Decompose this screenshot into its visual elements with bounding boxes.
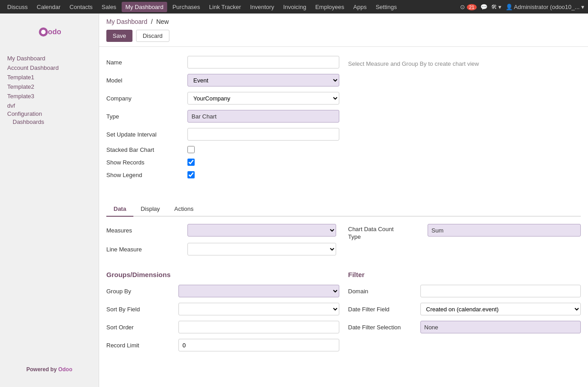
nav-invoicing[interactable]: Invoicing bbox=[279, 2, 310, 12]
chart-data-count-row: Chart Data CountType Sum bbox=[348, 224, 581, 241]
nav-settings[interactable]: Settings bbox=[372, 2, 401, 12]
sidebar: odoo My Dashboard Account Dashboard Temp… bbox=[0, 14, 99, 387]
group-by-select[interactable] bbox=[178, 285, 339, 297]
measures-select[interactable] bbox=[187, 224, 336, 237]
nav-purchases[interactable]: Purchases bbox=[169, 2, 204, 12]
nav-inventory[interactable]: Inventory bbox=[246, 2, 278, 12]
sidebar-item-template2[interactable]: Template2 bbox=[7, 82, 91, 91]
chart-data-count-value: Sum bbox=[428, 224, 581, 237]
nav-my-dashboard[interactable]: My Dashboard bbox=[122, 2, 167, 12]
top-navigation: Discuss Calendar Contacts Sales My Dashb… bbox=[0, 0, 588, 14]
line-measure-row: Line Measure bbox=[106, 243, 339, 255]
model-select[interactable]: Event bbox=[187, 74, 339, 87]
date-filter-selection-value: None bbox=[420, 321, 581, 333]
sidebar-item-template1[interactable]: Template1 bbox=[7, 73, 91, 82]
tabs-bar: Data Display Actions bbox=[106, 202, 581, 217]
sidebar-item-account-dashboard[interactable]: Account Dashboard bbox=[7, 63, 91, 73]
sidebar-item-my-dashboard[interactable]: My Dashboard bbox=[7, 54, 91, 63]
name-input[interactable] bbox=[187, 56, 339, 68]
company-select[interactable]: YourCompany bbox=[187, 92, 339, 105]
groups-filter-panel: Groups/Dimensions Group By Sort By Field… bbox=[99, 262, 588, 366]
group-by-label: Group By bbox=[106, 288, 178, 295]
nav-calendar[interactable]: Calendar bbox=[33, 2, 64, 12]
form-area: Name Model Event Company YourCompany bbox=[99, 47, 588, 193]
nav-discuss[interactable]: Discuss bbox=[4, 2, 32, 12]
record-limit-label: Record Limit bbox=[106, 342, 178, 349]
nav-employees[interactable]: Employees bbox=[312, 2, 348, 12]
stacked-bar-chart-checkbox[interactable] bbox=[187, 146, 195, 153]
chart-hint: Select Measure and Group By to create ch… bbox=[348, 60, 479, 67]
model-label: Model bbox=[106, 77, 187, 84]
tab-data-content: Measures Line Measure Chart Data CountTy… bbox=[99, 217, 588, 262]
filter-panel: Filter Domain Date Filter Field Created … bbox=[348, 271, 581, 357]
breadcrumb-current: New bbox=[156, 18, 169, 25]
sidebar-item-template3[interactable]: Template3 bbox=[7, 91, 91, 101]
date-filter-selection-row: Date Filter Selection None bbox=[348, 321, 581, 333]
type-row: Type Bar Chart bbox=[106, 110, 339, 123]
record-limit-input[interactable]: 0 bbox=[178, 339, 339, 351]
record-limit-row: Record Limit 0 bbox=[106, 339, 339, 351]
domain-input[interactable] bbox=[420, 285, 581, 297]
show-legend-row: Show Legend bbox=[106, 171, 339, 178]
line-measure-select[interactable] bbox=[187, 243, 336, 255]
sidebar-footer: Powered by Odoo bbox=[19, 359, 79, 380]
set-update-interval-input[interactable] bbox=[187, 128, 339, 141]
user-menu[interactable]: 👤 Administrator (odoo10_... ▾ bbox=[506, 4, 585, 10]
sort-order-row: Sort Order bbox=[106, 321, 339, 333]
sidebar-item-configuration[interactable]: Configuration bbox=[7, 109, 42, 118]
save-button[interactable]: Save bbox=[106, 30, 132, 42]
nav-apps[interactable]: Apps bbox=[350, 2, 370, 12]
sidebar-item-dashboards[interactable]: Dashboards bbox=[7, 117, 91, 127]
company-row: Company YourCompany bbox=[106, 92, 339, 105]
name-label: Name bbox=[106, 59, 187, 66]
groups-dimensions-panel: Groups/Dimensions Group By Sort By Field… bbox=[106, 271, 339, 357]
nav-contacts[interactable]: Contacts bbox=[66, 2, 96, 12]
toolbar: Save Discard bbox=[99, 27, 588, 47]
set-update-interval-label: Set Update Interval bbox=[106, 131, 187, 138]
sidebar-menu: My Dashboard Account Dashboard Template1… bbox=[0, 54, 99, 127]
type-label: Type bbox=[106, 113, 187, 120]
tab-display[interactable]: Display bbox=[133, 202, 167, 217]
tab-data[interactable]: Data bbox=[106, 202, 133, 217]
stacked-bar-chart-row: Stacked Bar Chart bbox=[106, 146, 339, 153]
measures-row: Measures bbox=[106, 224, 339, 237]
group-by-row: Group By bbox=[106, 285, 339, 297]
sort-by-field-select[interactable] bbox=[178, 303, 339, 315]
sort-by-field-label: Sort By Field bbox=[106, 306, 178, 313]
groups-dimensions-title: Groups/Dimensions bbox=[106, 271, 339, 278]
show-records-row: Show Records bbox=[106, 159, 339, 166]
date-filter-field-label: Date Filter Field bbox=[348, 306, 420, 313]
tab-actions[interactable]: Actions bbox=[167, 202, 201, 217]
tab-col-left: Measures Line Measure bbox=[106, 217, 339, 262]
date-filter-selection-label: Date Filter Selection bbox=[348, 324, 420, 331]
discard-button[interactable]: Discard bbox=[136, 30, 169, 42]
domain-row: Domain bbox=[348, 285, 581, 297]
show-legend-checkbox[interactable] bbox=[187, 171, 195, 178]
sort-order-input[interactable] bbox=[178, 321, 339, 333]
date-filter-field-select[interactable]: Created on (calendar.event) bbox=[420, 303, 581, 315]
show-records-label: Show Records bbox=[106, 159, 187, 166]
messages-icon[interactable]: 💬 bbox=[480, 4, 488, 10]
breadcrumb-separator: / bbox=[151, 18, 155, 25]
breadcrumb: My Dashboard / New bbox=[99, 14, 588, 27]
form-right: Select Measure and Group By to create ch… bbox=[348, 56, 581, 184]
stacked-bar-chart-label: Stacked Bar Chart bbox=[106, 146, 187, 153]
nav-sales[interactable]: Sales bbox=[98, 2, 120, 12]
logo: odoo bbox=[31, 21, 68, 45]
breadcrumb-parent[interactable]: My Dashboard bbox=[106, 18, 147, 25]
debug-icon[interactable]: 🛠 ▾ bbox=[491, 4, 502, 10]
sort-order-label: Sort Order bbox=[106, 324, 178, 331]
notifications-icon[interactable]: ⊙ 21 bbox=[460, 4, 477, 10]
set-update-interval-row: Set Update Interval bbox=[106, 128, 339, 141]
show-records-checkbox[interactable] bbox=[187, 159, 195, 166]
company-label: Company bbox=[106, 95, 187, 102]
form-left: Name Model Event Company YourCompany bbox=[106, 56, 339, 184]
chart-data-count-label: Chart Data CountType bbox=[348, 224, 420, 241]
model-row: Model Event bbox=[106, 74, 339, 87]
tab-col-right: Chart Data CountType Sum bbox=[348, 217, 581, 262]
domain-label: Domain bbox=[348, 288, 420, 295]
line-measure-label: Line Measure bbox=[106, 246, 187, 253]
nav-link-tracker[interactable]: Link Tracker bbox=[205, 2, 245, 12]
show-legend-label: Show Legend bbox=[106, 172, 187, 178]
nav-right-area: ⊙ 21 💬 🛠 ▾ 👤 Administrator (odoo10_... ▾ bbox=[460, 4, 584, 10]
